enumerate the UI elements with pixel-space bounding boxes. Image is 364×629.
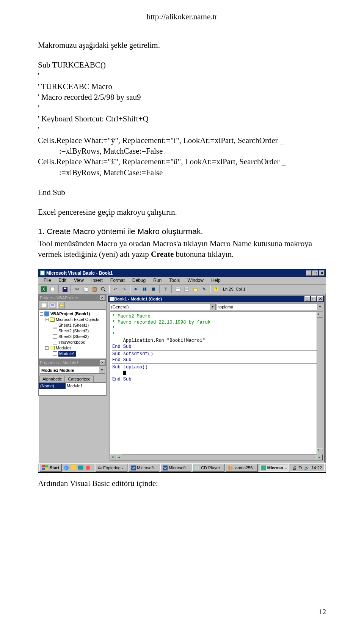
- tool-paste[interactable]: [90, 285, 99, 293]
- project-panel-title-text: Project - VBAProject: [40, 296, 78, 300]
- code-close-button[interactable]: ✕: [317, 296, 323, 302]
- taskbar-paint[interactable]: 🎨lanma256…: [226, 464, 258, 472]
- procedure-combo[interactable]: toplama ▼: [217, 303, 323, 310]
- scroll-up-icon[interactable]: ▲: [317, 312, 323, 318]
- tool-stop[interactable]: [149, 285, 158, 293]
- tree-thisworkbook[interactable]: ThisWorkbook: [58, 340, 85, 345]
- taskbar-cdplayer[interactable]: 💿CD Player…: [192, 464, 224, 472]
- tab-alphabetic[interactable]: Alphabetic: [39, 376, 65, 382]
- minimize-button[interactable]: _: [306, 270, 312, 276]
- view-object-button[interactable]: [49, 302, 56, 308]
- chevron-down-icon[interactable]: ▼: [99, 367, 105, 373]
- quick-channels-icon[interactable]: [85, 464, 91, 471]
- tool-find[interactable]: [99, 285, 107, 293]
- svg-rect-4: [51, 287, 55, 291]
- svg-rect-14: [145, 288, 146, 291]
- menu-window[interactable]: Window: [184, 277, 207, 284]
- tool-save[interactable]: [61, 285, 69, 293]
- menu-run[interactable]: Run: [150, 277, 165, 284]
- chevron-down-icon[interactable]: ▼: [317, 304, 323, 310]
- menu-insert[interactable]: Insert: [88, 277, 106, 284]
- tool-undo[interactable]: ↶: [111, 285, 119, 293]
- quick-desktop-icon[interactable]: [77, 464, 84, 471]
- menu-file[interactable]: File: [41, 277, 54, 284]
- menubar: File Edit View Insert Format Debug Run T…: [38, 277, 326, 285]
- project-panel-close[interactable]: ✕: [100, 296, 105, 300]
- view-full-icon[interactable]: ≡: [110, 454, 116, 461]
- menu-debug[interactable]: Debug: [129, 277, 149, 284]
- horizontal-scrollbar[interactable]: ≡ ◀ ▶: [110, 454, 323, 460]
- vb-screenshot: Microsoft Visual Basic - Book1 _ □ ✕ Fil…: [38, 269, 326, 473]
- chevron-down-icon[interactable]: ▼: [210, 304, 215, 310]
- scroll-left-icon[interactable]: ◀: [116, 454, 122, 461]
- tree-sheet2[interactable]: Sheet2 (Sheet2): [58, 328, 89, 334]
- tree-root[interactable]: VBAProject (Book1): [50, 311, 90, 317]
- end-sub-line: End Sub: [38, 187, 326, 198]
- properties-panel-title-text: Properties - Module1: [40, 360, 78, 365]
- code-window-icon: [110, 297, 114, 301]
- tool-toolbox[interactable]: ✎: [200, 285, 208, 293]
- tree-excel-objects[interactable]: Microsoft Excel Objects: [56, 317, 99, 322]
- tool-project-explorer[interactable]: [174, 285, 182, 293]
- close-button[interactable]: ✕: [319, 270, 325, 276]
- explorer-icon: 🗂: [98, 465, 102, 470]
- start-button[interactable]: Start: [39, 464, 62, 472]
- scroll-down-icon[interactable]: ▼: [317, 448, 323, 454]
- project-panel-title: Project - VBAProject ✕: [39, 295, 106, 301]
- svg-rect-30: [44, 311, 49, 316]
- code-maximize-button[interactable]: □: [311, 296, 317, 302]
- tray-clock: 14:22: [311, 465, 322, 470]
- view-code-button[interactable]: [40, 302, 47, 308]
- object-combo[interactable]: (General) ▼: [110, 303, 216, 310]
- tool-copy[interactable]: [82, 285, 90, 293]
- properties-grid[interactable]: (Name) Module1: [39, 382, 106, 395]
- code-editor[interactable]: ' Macro2 Macro ' Macro recorded 22.10.19…: [110, 311, 323, 461]
- tool-pause[interactable]: [141, 285, 149, 293]
- tray-printer-icon[interactable]: 🖨: [292, 465, 297, 470]
- workbook-icon: [53, 340, 57, 344]
- vb-main-window: Microsoft Visual Basic - Book1 _ □ ✕ Fil…: [38, 269, 326, 473]
- cd-icon: 💿: [195, 465, 200, 470]
- quick-ie-icon[interactable]: e: [63, 464, 70, 471]
- taskbar-vb-active[interactable]: Microso…: [259, 464, 289, 472]
- taskbar-exploring[interactable]: 🗂Exploring -..: [96, 464, 127, 472]
- menu-view[interactable]: View: [71, 277, 87, 284]
- tool-view-excel[interactable]: X: [40, 285, 48, 293]
- tool-design[interactable]: [162, 285, 170, 293]
- properties-object-combo[interactable]: Module1 Module ▼: [40, 367, 105, 374]
- menu-help[interactable]: Help: [208, 277, 224, 284]
- tool-run[interactable]: [132, 285, 140, 293]
- tab-categorized[interactable]: Categorized: [65, 376, 93, 382]
- tool-object-browser[interactable]: [191, 285, 199, 293]
- tray-volume-icon[interactable]: 🔊: [304, 465, 309, 470]
- tool-redo[interactable]: ↷: [120, 285, 128, 293]
- menu-tools[interactable]: Tools: [166, 277, 183, 284]
- tree-module1[interactable]: Module1: [58, 351, 76, 357]
- taskbar-word2[interactable]: WMicrosoft…: [160, 464, 191, 472]
- project-tree[interactable]: −VBAProject (Book1) −Microsoft Excel Obj…: [39, 310, 106, 359]
- vertical-scrollbar[interactable]: ▲ ▼: [317, 312, 323, 454]
- tray-lang[interactable]: Tr: [298, 465, 302, 470]
- menu-edit[interactable]: Edit: [55, 277, 69, 284]
- svg-rect-15: [152, 288, 155, 291]
- toggle-folders-button[interactable]: [57, 302, 65, 308]
- svg-rect-29: [60, 304, 63, 307]
- section-heading: 1. Create Macro yöntemi ile Makro oluştu…: [38, 227, 326, 236]
- tool-insert[interactable]: [49, 285, 57, 293]
- tool-help[interactable]: ?: [212, 285, 220, 293]
- tool-properties[interactable]: [182, 285, 191, 293]
- tree-modules[interactable]: Modules: [56, 345, 72, 351]
- scroll-right-icon[interactable]: ▶: [317, 454, 323, 461]
- taskbar-word1[interactable]: WMicrosoft…: [129, 464, 159, 472]
- code-minimize-button[interactable]: _: [304, 296, 310, 302]
- properties-panel-close[interactable]: ✕: [100, 360, 105, 365]
- prop-name-value[interactable]: Module1: [66, 383, 106, 389]
- start-label: Start: [50, 465, 59, 470]
- menu-format[interactable]: Format: [107, 277, 128, 284]
- system-tray: 🖨 Tr 🔊 14:22: [290, 464, 325, 472]
- tool-cut[interactable]: ✂: [73, 285, 81, 293]
- tree-sheet1[interactable]: Sheet1 (Sheet1): [58, 322, 89, 328]
- tree-sheet3[interactable]: Sheet3 (Sheet3): [58, 334, 89, 340]
- maximize-button[interactable]: □: [312, 270, 318, 276]
- quick-outlook-icon[interactable]: [70, 464, 77, 471]
